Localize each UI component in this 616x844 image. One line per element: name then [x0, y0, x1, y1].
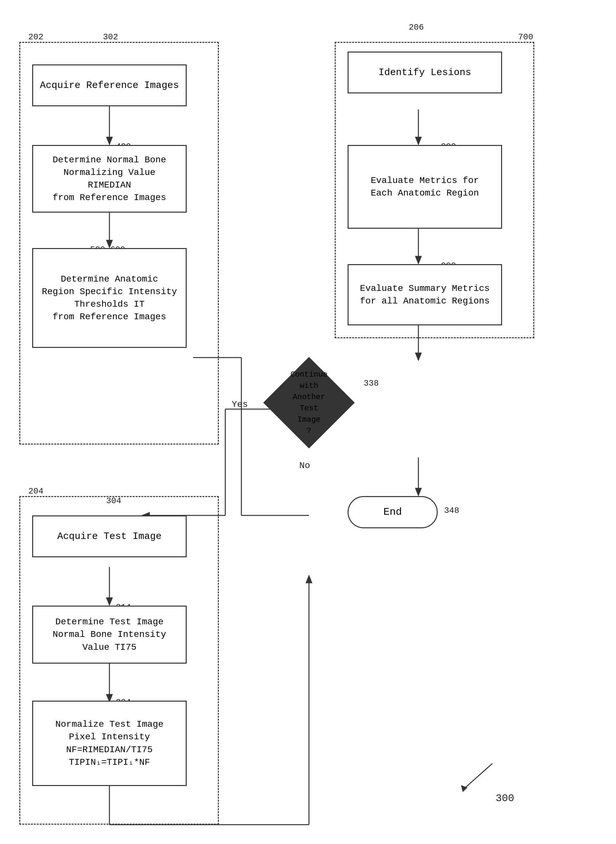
flowchart-diagram: 202 302 Acquire Reference Images 400 Det… [0, 0, 616, 844]
svg-marker-11 [306, 575, 312, 583]
box-end: End [348, 496, 438, 528]
arrow-300 [434, 757, 515, 805]
box-acquire-test: Acquire Test Image [32, 515, 187, 557]
label-202: 202 [28, 32, 44, 42]
label-348: 348 [444, 506, 459, 515]
box-normalize-test: Normalize Test Image Pixel Intensity NF=… [32, 701, 187, 786]
label-yes: Yes [232, 400, 248, 409]
svg-marker-17 [415, 353, 422, 361]
box-acquire-ref: Acquire Reference Images [32, 65, 187, 106]
label-302: 302 [103, 32, 118, 42]
box-determine-anatomic: Determine Anatomic Region Specific Inten… [32, 248, 187, 348]
box-evaluate-summary: Evaluate Summary Metrics for all Anatomi… [348, 264, 502, 325]
box-determine-test: Determine Test Image Normal Bone Intensi… [32, 606, 187, 664]
label-206: 206 [409, 22, 424, 32]
diamond-continue: Continue with Another Test Image ? [261, 354, 357, 451]
label-no: No [299, 461, 310, 471]
label-304: 304 [106, 496, 121, 506]
svg-line-28 [463, 763, 493, 789]
box-evaluate-metrics: Evaluate Metrics for Each Anatomic Regio… [348, 145, 502, 229]
svg-marker-23 [415, 488, 422, 496]
label-700: 700 [518, 32, 533, 42]
label-204: 204 [28, 487, 44, 496]
label-338: 338 [364, 378, 379, 388]
diamond-text: Continue with Another Test Image ? [285, 369, 333, 437]
box-identify-lesions: Identify Lesions [348, 51, 502, 93]
box-normal-bone: Determine Normal Bone Normalizing Value … [32, 145, 187, 213]
